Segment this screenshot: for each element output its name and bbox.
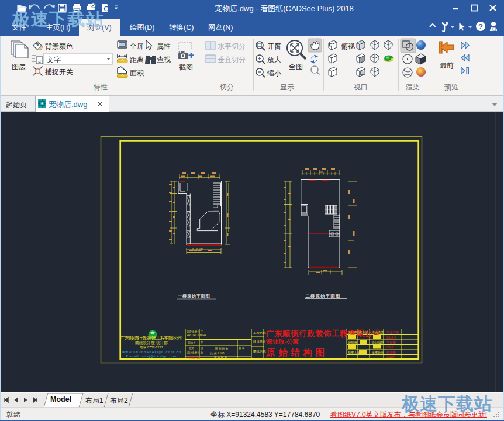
svg-text:二楼原始平面图: 二楼原始平面图: [306, 294, 340, 299]
svg-text:平面图: 平面图: [386, 341, 396, 344]
svg-text:图 号: 图 号: [239, 347, 245, 351]
svg-text:专业负责: 专业负责: [372, 330, 384, 334]
svg-text:一楼原始平面图: 一楼原始平面图: [178, 294, 210, 299]
svg-text:出图比例: 出图比例: [372, 351, 384, 355]
svg-text:www.shundedesign.com.cn: www.shundedesign.com.cn: [122, 350, 181, 354]
svg-text:刘: 刘: [201, 351, 203, 355]
svg-text:校对: 校对: [189, 347, 195, 350]
svg-text:2014.5: 2014.5: [386, 336, 396, 339]
svg-text:设计日期: 设计日期: [371, 341, 384, 344]
svg-text:结构图: 结构图: [386, 351, 396, 355]
svg-text:顺德设计院 设计部: 顺德设计院 设计部: [135, 341, 168, 346]
svg-text:比 例 1:100: 比 例 1:100: [210, 352, 225, 356]
svg-text:审定日期: 审定日期: [386, 330, 399, 334]
svg-text:李: 李: [201, 341, 203, 344]
svg-text:设计单位: 设计单位: [347, 330, 360, 334]
svg-text:出图日期: 出图日期: [187, 356, 201, 360]
svg-text:深业玫-公寓: 深业玫-公寓: [265, 338, 299, 345]
svg-text:张: 张: [201, 347, 203, 350]
svg-text:?: ?: [478, 22, 483, 31]
svg-text:a: a: [38, 57, 41, 64]
svg-text:PROJECT MGR: PROJECT MGR: [187, 334, 206, 337]
svg-text:原始结构图: 原始结构图: [265, 347, 325, 357]
svg-text:审核人: 审核人: [188, 341, 196, 344]
svg-text:资质证: 资质证: [359, 330, 368, 334]
svg-text:工程名称: 工程名称: [253, 331, 266, 334]
svg-text:图纸名称: 图纸名称: [253, 350, 266, 354]
svg-text:王: 王: [201, 330, 203, 333]
svg-text:电话 0757-2222: 电话 0757-2222: [140, 346, 163, 349]
svg-text:E-mail: sdsj@design.com: E-mail: sdsj@design.com: [126, 354, 177, 358]
svg-text:广东顺德行政装饰工程有限公司: 广东顺德行政装饰工程有限公司: [120, 335, 183, 341]
svg-text:制图人员: 制图人员: [348, 351, 361, 354]
svg-text:图 别 结 施: 图 别 结 施: [215, 347, 229, 351]
svg-text:建设单位: 建设单位: [253, 340, 266, 344]
svg-text:1:100: 1:100: [386, 355, 394, 358]
svg-text:设计负责人: 设计负责人: [187, 351, 200, 354]
svg-text:建筑师: 建筑师: [347, 341, 357, 345]
svg-text:07c8: 07c8: [386, 346, 393, 349]
